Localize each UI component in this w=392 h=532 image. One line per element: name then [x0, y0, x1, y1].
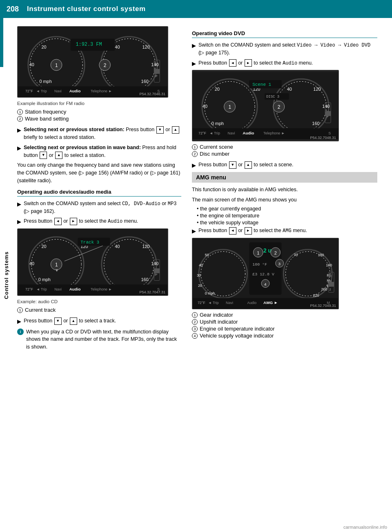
circle-8: 3 — [192, 326, 198, 332]
bold-station-waveband: Selecting next or previous station in wa… — [24, 145, 141, 150]
amg-svg: 50 40 30 20 0 mph 70 180 190 R N P 200 2… — [192, 238, 339, 309]
up-button-3[interactable]: ▲ — [70, 317, 77, 325]
down-button-4[interactable]: ▼ — [229, 161, 236, 169]
svg-text:200: 200 — [321, 287, 327, 291]
up-button-2[interactable]: ▲ — [55, 152, 62, 159]
svg-text:2: 2 — [274, 250, 277, 255]
svg-text:0 mph: 0 mph — [40, 79, 52, 84]
main-content: 20 40 0 mph 120 120 140 160 40 1:92.3 FM… — [0, 18, 392, 358]
left-button-2[interactable]: ◄ — [229, 59, 236, 67]
bullet-select-amg-text: Press button ◄ or ► to select the AMG me… — [198, 227, 377, 235]
bullet-comand-switch-text: Switch on the COMAND system and select C… — [24, 200, 181, 215]
arrow-icon-9: ▶ — [192, 227, 196, 235]
svg-text:30: 30 — [197, 273, 201, 277]
arrow-icon-6: ▶ — [192, 42, 196, 50]
svg-rect-95 — [325, 111, 331, 116]
svg-text:120: 120 — [143, 244, 150, 249]
svg-text:R: R — [329, 274, 332, 278]
svg-text:1: 1 — [257, 250, 259, 255]
bullet-audio-button: ▶ Press button ◄ or ► to select the Audi… — [17, 217, 181, 226]
caption3-item1-text: Current scene — [200, 144, 233, 150]
svg-text:Audio: Audio — [243, 131, 254, 135]
right-button-1[interactable]: ► — [70, 218, 77, 225]
right-button-3[interactable]: ► — [245, 227, 252, 235]
svg-text:Scene 1: Scene 1 — [252, 83, 271, 87]
svg-text:◄ Trip: ◄ Trip — [36, 89, 47, 93]
amg-para1: This function is only available in AMG v… — [192, 186, 377, 194]
caption2-intro: Example: audio CD — [17, 298, 181, 305]
svg-text:Telephone ►: Telephone ► — [91, 287, 112, 291]
bullet-stored-station: ▶ Selecting next or previous stored stat… — [17, 126, 181, 141]
svg-text:◄ Trip: ◄ Trip — [208, 301, 219, 305]
svg-text:▼: ▼ — [55, 268, 59, 272]
svg-text:2: 2 — [278, 104, 281, 110]
svg-text:1: 1 — [55, 262, 58, 268]
arrow-icon-8: ▶ — [192, 161, 196, 170]
arrow-icon-2: ▶ — [17, 144, 21, 152]
bullet-select-track-text: Press button ▼ or ▲ to select a track. — [24, 317, 181, 325]
svg-text:R: R — [155, 262, 158, 266]
svg-text:S: S — [328, 131, 331, 135]
svg-rect-30 — [154, 69, 160, 74]
image3-watermark: P54.32.7048.31 — [310, 136, 336, 140]
caption1-item1: 1 Station frequency — [17, 109, 181, 115]
bottom-watermark: carmanualsonline.info — [343, 525, 387, 530]
circle-3: 1 — [17, 307, 23, 313]
svg-text:1: 1 — [229, 104, 232, 110]
svg-text:Audio: Audio — [69, 287, 81, 291]
svg-text:70: 70 — [294, 253, 298, 257]
amg-caption-item2: 2 Upshift indicator — [192, 319, 377, 325]
arrow-icon-5: ▶ — [17, 317, 21, 326]
svg-text:R: R — [155, 63, 158, 67]
down-button-2[interactable]: ▼ — [40, 152, 47, 159]
bullet-video-switch-text: Switch on the COMAND system and select V… — [198, 41, 377, 57]
svg-text:DISC 3: DISC 3 — [266, 95, 279, 99]
bullet-comand-switch: ▶ Switch on the COMAND system and select… — [17, 200, 181, 215]
svg-text:40: 40 — [29, 261, 34, 266]
svg-text:Telephone ►: Telephone ► — [263, 131, 285, 135]
arrow-icon-4: ▶ — [17, 218, 21, 226]
page-header: 208 Instrument cluster control system — [0, 0, 392, 18]
up-button-1[interactable]: ▲ — [172, 126, 179, 134]
svg-text:20: 20 — [42, 244, 47, 249]
left-button-3[interactable]: ◄ — [229, 227, 236, 235]
amg-image: 50 40 30 20 0 mph 70 180 190 R N P 200 2… — [192, 238, 339, 309]
caption2-item1-text: Current track — [25, 307, 56, 313]
svg-text:R: R — [326, 105, 329, 109]
svg-text:Navi: Navi — [228, 131, 235, 135]
arrow-icon-7: ▶ — [192, 60, 196, 68]
svg-text:3: 3 — [278, 262, 281, 266]
circle-5: 2 — [192, 151, 198, 157]
svg-text:72°F: 72°F — [198, 301, 205, 305]
left-button-1[interactable]: ◄ — [54, 218, 62, 225]
caption1-item1-text: Station frequency — [25, 109, 66, 115]
amg-caption-item4-text: Vehicle supply voltage indicator — [200, 333, 274, 339]
caption1-section: Example illustration for FM radio 1 Stat… — [17, 100, 181, 122]
svg-text:40: 40 — [287, 87, 292, 92]
left-column: 20 40 0 mph 120 120 140 160 40 1:92.3 FM… — [12, 22, 188, 358]
up-button-4[interactable]: ▲ — [245, 161, 252, 169]
bullet-video-switch: ▶ Switch on the COMAND system and select… — [192, 41, 377, 57]
svg-text:0 mph: 0 mph — [38, 277, 51, 282]
bullet-station-waveband-text: Selecting next or previous station in wa… — [24, 144, 181, 159]
right-button-2[interactable]: ► — [245, 59, 252, 67]
circle-6: 1 — [192, 312, 198, 318]
caption2-item1: 1 Current track — [17, 307, 181, 313]
svg-text:40: 40 — [115, 244, 120, 249]
image1-watermark: P54.32.7046.31 — [139, 92, 165, 96]
bullet-stored-station-text: Selecting next or previous stored statio… — [24, 126, 181, 141]
bullet-video-audio-button: ▶ Press button ◄ or ► to select the Audi… — [192, 59, 377, 68]
bullet-station-waveband: ▶ Selecting next or previous station in … — [17, 144, 181, 159]
svg-text:20: 20 — [41, 45, 46, 49]
svg-rect-136 — [328, 282, 334, 287]
down-button-3[interactable]: ▼ — [54, 317, 62, 325]
svg-text:1:92.3 FM: 1:92.3 FM — [76, 42, 102, 47]
circle-7: 2 — [192, 319, 198, 325]
svg-text:Navi: Navi — [54, 287, 62, 291]
svg-text:40: 40 — [203, 104, 207, 109]
right-column: Operating video DVD ▶ Switch on the COMA… — [188, 22, 384, 358]
fm-radio-svg: 20 40 0 mph 120 120 140 160 40 1:92.3 FM… — [18, 27, 168, 97]
down-button-1[interactable]: ▼ — [156, 126, 164, 134]
amg-para2: The main screen of the AMG menu shows yo… — [192, 196, 377, 204]
svg-text:2: 2 — [104, 63, 107, 68]
